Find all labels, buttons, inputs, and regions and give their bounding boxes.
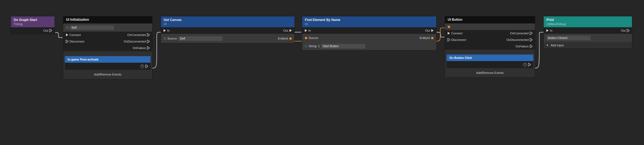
node-header[interactable]: UI Button [445, 16, 535, 23]
exec-out-icon[interactable] [530, 45, 532, 48]
node-subtitle: Utilities/Debug [546, 22, 629, 26]
entityid-pin-icon[interactable] [289, 37, 292, 40]
node-print[interactable]: Print Utilities/Debug In Out + Add Input [544, 16, 632, 49]
event-band[interactable]: In-game Post-activate [65, 56, 151, 63]
event-output-row [447, 61, 533, 68]
node-ui-initialization[interactable]: UI Initialization Connect OnConnected Di… [63, 16, 152, 79]
port-label-in: In [167, 29, 170, 32]
source-label: Source [167, 37, 177, 40]
node-header[interactable]: Get Canvas UI [161, 16, 294, 27]
port-label-out: Out [425, 29, 430, 32]
node-title: Print [546, 18, 629, 22]
event-exec-icon[interactable] [528, 63, 531, 66]
event-name: On Button Click [449, 56, 472, 59]
port-label-in: In [308, 29, 311, 32]
exec-in-icon[interactable] [448, 38, 450, 41]
port-label-out: Out [43, 29, 48, 32]
self-input[interactable] [70, 25, 114, 30]
disconnect-label: Disconnect [451, 38, 466, 41]
exec-out-icon[interactable] [530, 32, 532, 35]
node-find-element-by-name[interactable]: Find Element By Name UI In Out Source En… [302, 16, 436, 50]
entity-in-pin-icon[interactable] [448, 26, 450, 28]
string-pin-icon[interactable] [305, 45, 307, 47]
node-header[interactable]: On Graph Start Timing [11, 16, 55, 27]
onconnected-label: OnConnected [127, 33, 146, 37]
onfailure-row: OnFailure [63, 45, 152, 51]
clock-icon [140, 65, 144, 68]
entityid-label: EntityId [420, 36, 430, 40]
connect-label: Connect [70, 33, 81, 37]
add-remove-events[interactable]: Add/Remove Events [63, 70, 152, 79]
entityid-pin-icon[interactable] [431, 37, 434, 39]
connect-label: Connect [451, 32, 462, 35]
node-subtitle: Timing [14, 22, 52, 26]
entity-in-row [445, 23, 535, 30]
clock-icon [523, 63, 527, 67]
source-pin-icon[interactable] [305, 37, 307, 39]
in-out-row: In Out [544, 27, 632, 34]
in-out-row: In Out [161, 27, 294, 34]
node-title: UI Button [448, 18, 532, 22]
event-output-row [65, 63, 151, 70]
source-input[interactable] [178, 36, 222, 41]
exec-in-icon[interactable] [66, 40, 68, 43]
exec-in-icon[interactable] [66, 34, 68, 36]
node-title: UI Initialization [66, 18, 149, 22]
exec-in-icon[interactable] [448, 32, 450, 35]
connect-row: Connect OnConnected [63, 32, 152, 38]
string-input[interactable] [321, 44, 365, 49]
add-remove-events[interactable]: Add/Remove Events [445, 68, 535, 77]
port-label-out: Out [621, 29, 626, 32]
node-header[interactable]: UI Initialization [63, 16, 152, 23]
node-subtitle: UI [305, 22, 434, 26]
source-pin-icon[interactable] [164, 37, 166, 40]
source-row: Source EntityId [302, 34, 436, 42]
node-subtitle: UI [164, 22, 292, 26]
node-ui-button[interactable]: UI Button Connect OnConnected Disconnect… [445, 16, 535, 77]
port-row-out[interactable]: Out [11, 27, 55, 34]
value-row [544, 34, 632, 42]
source-row: Source EntityId [161, 34, 294, 43]
onfailure-label: OnFailure [516, 45, 529, 48]
connect-row: Connect OnConnected [445, 30, 535, 37]
entityid-label: EntityId [278, 37, 288, 40]
exec-in-icon[interactable] [164, 29, 166, 32]
node-title: Find Element By Name [305, 18, 434, 22]
string-label: String: 1 [309, 44, 320, 48]
disconnect-row: Disconnect OnDisconnected [445, 37, 535, 43]
port-label-out: Out [283, 29, 288, 32]
exec-out-icon[interactable] [147, 47, 149, 49]
event-band[interactable]: On Button Click [447, 55, 533, 61]
node-on-graph-start[interactable]: On Graph Start Timing Out [11, 16, 55, 34]
exec-out-icon[interactable] [627, 29, 629, 32]
ondisconnected-label: OnDisconnected [507, 38, 529, 41]
plus-icon: + [546, 43, 548, 47]
exec-out-icon[interactable] [50, 29, 52, 32]
add-input-label: Add Input [551, 44, 564, 47]
exec-out-icon[interactable] [431, 29, 434, 32]
exec-out-icon[interactable] [147, 34, 149, 36]
add-input-row[interactable]: + Add Input [544, 42, 632, 49]
ondisconnected-label: OnDisconnected [124, 40, 146, 43]
exec-in-icon[interactable] [305, 29, 307, 32]
exec-out-icon[interactable] [147, 40, 149, 43]
onfailure-label: OnFailure [133, 46, 146, 50]
disconnect-label: Disconnect [70, 40, 84, 43]
node-title: Get Canvas [164, 18, 292, 22]
node-header[interactable]: Print Utilities/Debug [544, 16, 632, 27]
footer-label: Add/Remove Events [94, 73, 121, 76]
exec-out-icon[interactable] [290, 29, 292, 32]
event-exec-icon[interactable] [146, 65, 148, 68]
self-pin-icon[interactable] [66, 26, 68, 29]
onfailure-row: OnFailure [445, 43, 535, 50]
node-get-canvas[interactable]: Get Canvas UI In Out Source EntityId [161, 16, 294, 43]
node-header[interactable]: Find Element By Name UI [302, 16, 436, 27]
value-input[interactable] [546, 36, 591, 40]
onconnected-label: OnConnected [510, 32, 529, 35]
footer-label: Add/Remove Events [476, 71, 504, 74]
exec-out-icon[interactable] [530, 38, 532, 41]
event-name: In-game Post-activate [68, 58, 99, 61]
in-out-row: In Out [302, 27, 436, 34]
exec-in-icon[interactable] [546, 29, 549, 32]
disconnect-row: Disconnect OnDisconnected [63, 38, 152, 45]
